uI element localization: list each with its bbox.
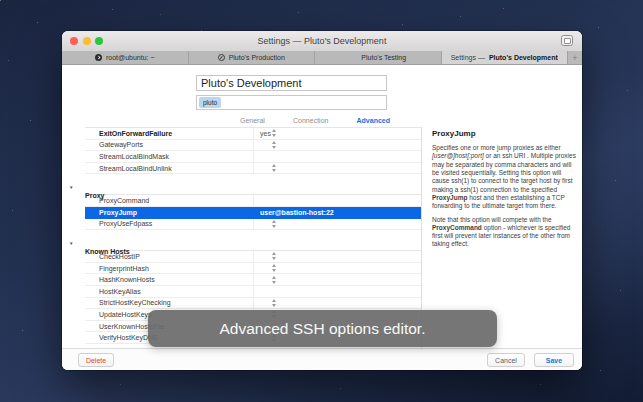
option-name: StreamLocalBindUnlink xyxy=(99,165,172,172)
options-section: ExitOnForwardFailureyesGatewayPortsStrea… xyxy=(85,127,421,174)
option-value-cell[interactable] xyxy=(253,298,421,309)
section-header-label: Known Hosts xyxy=(85,248,130,255)
option-name: StreamLocalBindMask xyxy=(99,153,169,160)
tab-1[interactable]: root@ubuntu: ~ xyxy=(62,51,189,64)
option-name-cell: ExitOnForwardFailure xyxy=(85,128,253,139)
option-name-cell: HostKeyAlias xyxy=(85,286,253,297)
gear-icon xyxy=(349,54,357,62)
option-name: ProxyJump xyxy=(99,209,137,216)
settings-nav-tabs: GeneralConnectionAdvanced xyxy=(240,115,390,126)
option-value: user@bastion-host:22 xyxy=(260,209,334,216)
host-name-input[interactable] xyxy=(196,75,387,91)
table-row[interactable]: ProxyJumpuser@bastion-host:22 xyxy=(85,207,421,219)
window-title: Settings — Pluto's Development xyxy=(62,31,582,51)
gauge-icon xyxy=(218,54,225,61)
description-text-run: Note that this option will compete with … xyxy=(432,216,552,223)
description-paragraph-2: Note that this option will compete with … xyxy=(432,216,578,249)
tab-2[interactable]: Pluto's Production xyxy=(189,51,316,64)
desktop-background: Settings — Pluto's Development root@ubun… xyxy=(0,0,643,402)
option-name: ProxyCommand xyxy=(99,197,149,204)
footer-bar: Delete Cancel Save xyxy=(62,348,582,370)
tab-connection[interactable]: Connection xyxy=(293,117,328,124)
terminal-icon xyxy=(95,54,102,61)
tab-label: Pluto's Production xyxy=(229,54,285,61)
table-row[interactable]: StrictHostKeyChecking xyxy=(85,298,421,310)
section-header[interactable]: ▼Known Hosts xyxy=(85,237,421,250)
save-button[interactable]: Save xyxy=(534,353,574,367)
stepper-icon[interactable] xyxy=(272,164,277,172)
table-row[interactable]: StreamLocalBindMask xyxy=(85,151,421,163)
description-text-run: Specifies one or more jump proxies as ei… xyxy=(432,144,561,151)
stepper-icon[interactable] xyxy=(272,141,277,149)
option-value-cell[interactable] xyxy=(253,274,421,285)
table-row[interactable]: GatewayPorts xyxy=(85,140,421,152)
stepper-icon[interactable] xyxy=(272,252,277,260)
tab-4[interactable]: Settings — Pluto's Development xyxy=(442,51,569,64)
option-name: HostKeyAlias xyxy=(99,288,141,295)
option-name-cell: ProxyUseFdpass xyxy=(85,219,253,230)
stepper-icon[interactable] xyxy=(272,129,277,137)
cancel-button[interactable]: Cancel xyxy=(487,353,525,367)
section-rows: ExitOnForwardFailureyesGatewayPortsStrea… xyxy=(85,127,421,174)
table-row[interactable]: ExitOnForwardFailureyes xyxy=(85,128,421,140)
starfield xyxy=(0,0,1,1)
stepper-icon[interactable] xyxy=(272,276,277,284)
disclosure-triangle-icon[interactable]: ▼ xyxy=(69,241,73,246)
tab-label: root@ubuntu: ~ xyxy=(106,54,155,61)
tab-advanced[interactable]: Advanced xyxy=(357,117,390,124)
table-row[interactable]: HostKeyAlias xyxy=(85,286,421,298)
tab-overview-icon[interactable] xyxy=(561,35,573,46)
option-name: StrictHostKeyChecking xyxy=(99,299,171,306)
option-value-cell[interactable] xyxy=(253,195,421,206)
tags-input[interactable]: pluto xyxy=(196,95,387,110)
table-row[interactable]: HashKnownHosts xyxy=(85,274,421,286)
disclosure-triangle-icon[interactable]: ▼ xyxy=(69,185,73,190)
option-name-cell: StreamLocalBindUnlink xyxy=(85,163,253,174)
overlay-caption-text: Advanced SSH options editor. xyxy=(220,320,426,338)
option-name: ProxyUseFdpass xyxy=(99,220,152,227)
option-value-cell[interactable]: user@bastion-host:22 xyxy=(253,207,421,218)
option-value-cell[interactable]: yes xyxy=(253,128,421,139)
table-row[interactable]: CheckHostIP xyxy=(85,251,421,263)
option-name-cell: StreamLocalBindMask xyxy=(85,151,253,162)
delete-button[interactable]: Delete xyxy=(78,353,114,367)
option-value-cell[interactable] xyxy=(253,263,421,274)
tab-label: Pluto's Testing xyxy=(361,54,406,61)
window-titlebar[interactable]: Settings — Pluto's Development xyxy=(62,31,582,51)
option-value-cell[interactable] xyxy=(253,140,421,151)
description-text-run: [user@]host[:port] xyxy=(432,152,484,159)
table-row[interactable]: StreamLocalBindUnlink xyxy=(85,163,421,175)
table-row[interactable]: FingerprintHash xyxy=(85,263,421,275)
tab-general[interactable]: General xyxy=(240,117,265,124)
option-value-cell[interactable] xyxy=(253,219,421,230)
new-tab-button[interactable]: + xyxy=(568,51,582,64)
tab-label-emphasis: Pluto's Development xyxy=(489,54,558,61)
section-header-label: Proxy xyxy=(85,192,104,199)
tag-chip[interactable]: pluto xyxy=(199,97,221,108)
description-text-run: ProxyJump xyxy=(432,194,467,201)
overlay-caption: Advanced SSH options editor. xyxy=(148,310,497,347)
option-description-panel: ProxyJump Specifies one or more jump pro… xyxy=(432,129,578,249)
table-row[interactable]: ProxyUseFdpass xyxy=(85,219,421,231)
option-name-cell: HashKnownHosts xyxy=(85,274,253,285)
description-paragraph-1: Specifies one or more jump proxies as ei… xyxy=(432,144,578,211)
option-name-cell: StrictHostKeyChecking xyxy=(85,298,253,309)
option-value-cell[interactable] xyxy=(253,251,421,262)
option-name-cell: GatewayPorts xyxy=(85,140,253,151)
section-header[interactable]: ▼Proxy xyxy=(85,181,421,194)
option-name: ExitOnForwardFailure xyxy=(99,130,172,137)
table-row[interactable]: ProxyCommand xyxy=(85,195,421,207)
description-title: ProxyJump xyxy=(432,129,578,138)
tab-bar: root@ubuntu: ~Pluto's ProductionPluto's … xyxy=(62,51,582,65)
option-name-cell: ProxyJump xyxy=(85,207,253,218)
option-name-cell: FingerprintHash xyxy=(85,263,253,274)
stepper-icon[interactable] xyxy=(272,264,277,272)
option-value-cell[interactable] xyxy=(253,286,421,297)
tab-label-prefix: Settings — xyxy=(451,54,485,61)
option-value-cell[interactable] xyxy=(253,163,421,174)
tab-3[interactable]: Pluto's Testing xyxy=(315,51,442,64)
stepper-icon[interactable] xyxy=(272,299,277,307)
stepper-icon[interactable] xyxy=(272,220,277,228)
option-value: yes xyxy=(260,130,271,137)
option-value-cell[interactable] xyxy=(253,151,421,162)
